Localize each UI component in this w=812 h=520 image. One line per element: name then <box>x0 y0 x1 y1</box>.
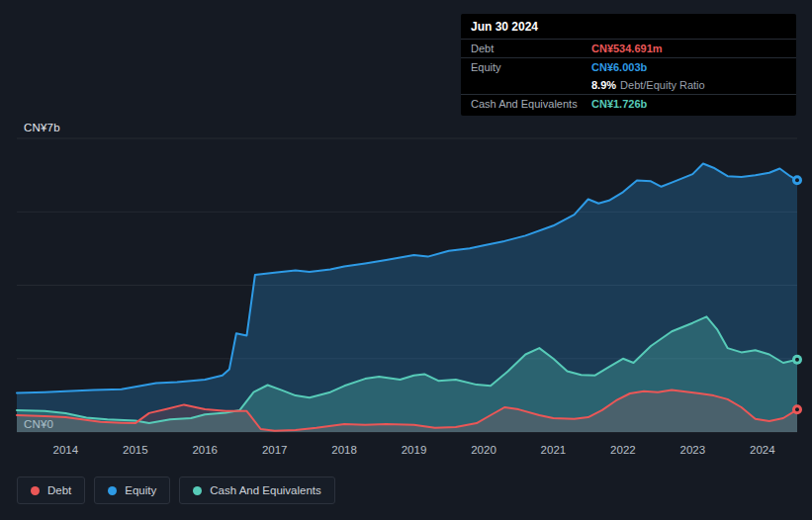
x-axis-year-label: 2014 <box>53 444 79 456</box>
x-axis-year-label: 2016 <box>192 444 218 456</box>
legend-debt-label: Debt <box>47 484 71 496</box>
legend-item-debt[interactable]: Debt <box>17 477 85 504</box>
tooltip-row-debt: Debt CN¥534.691m <box>461 40 796 58</box>
tooltip-debt-value: CN¥534.691m <box>591 43 663 54</box>
tooltip-row-cash: Cash And Equivalents CN¥1.726b <box>461 95 796 116</box>
x-axis-year-label: 2023 <box>680 444 706 456</box>
ratio-label: Debt/Equity Ratio <box>620 79 705 91</box>
tooltip-date: Jun 30 2024 <box>461 14 796 40</box>
x-axis-year-label: 2019 <box>402 444 427 456</box>
x-axis-year-label: 2022 <box>610 444 636 456</box>
x-axis-year-label: 2017 <box>262 444 288 456</box>
cash-end-marker-center <box>795 358 799 362</box>
tooltip-row-ratio: 8.9%Debt/Equity Ratio <box>461 76 796 95</box>
tooltip-equity-label: Equity <box>471 61 591 73</box>
tooltip: Jun 30 2024 Debt CN¥534.691m Equity CN¥6… <box>461 14 796 116</box>
x-axis-year-label: 2018 <box>331 444 357 456</box>
tooltip-cash-value: CN¥1.726b <box>591 98 647 110</box>
tooltip-cash-label: Cash And Equivalents <box>471 98 591 110</box>
tooltip-row-equity: Equity CN¥6.003b <box>461 58 796 76</box>
legend-item-equity[interactable]: Equity <box>94 477 170 504</box>
legend-cash-label: Cash And Equivalents <box>210 484 321 496</box>
equity-legend-dot-icon <box>108 486 117 495</box>
tooltip-ratio: 8.9%Debt/Equity Ratio <box>591 79 705 91</box>
legend-item-cash[interactable]: Cash And Equivalents <box>179 477 335 504</box>
x-axis-year-label: 2021 <box>541 444 567 456</box>
debt-legend-dot-icon <box>31 486 40 495</box>
equity-end-marker-center <box>795 178 799 182</box>
ratio-value: 8.9% <box>591 79 616 91</box>
x-axis-year-label: 2020 <box>471 444 496 456</box>
tooltip-equity-value: CN¥6.003b <box>591 61 647 73</box>
x-axis-year-label: 2024 <box>750 444 775 456</box>
tooltip-debt-label: Debt <box>471 43 591 54</box>
legend-equity-label: Equity <box>125 484 156 496</box>
legend: Debt Equity Cash And Equivalents <box>17 477 335 504</box>
debt-end-marker-center <box>795 407 799 411</box>
x-axis-year-label: 2015 <box>123 444 148 456</box>
debt-equity-history-chart-panel: CN¥7b CN¥0 20142015201620172018201920202… <box>0 0 812 520</box>
cash-legend-dot-icon <box>193 486 202 495</box>
